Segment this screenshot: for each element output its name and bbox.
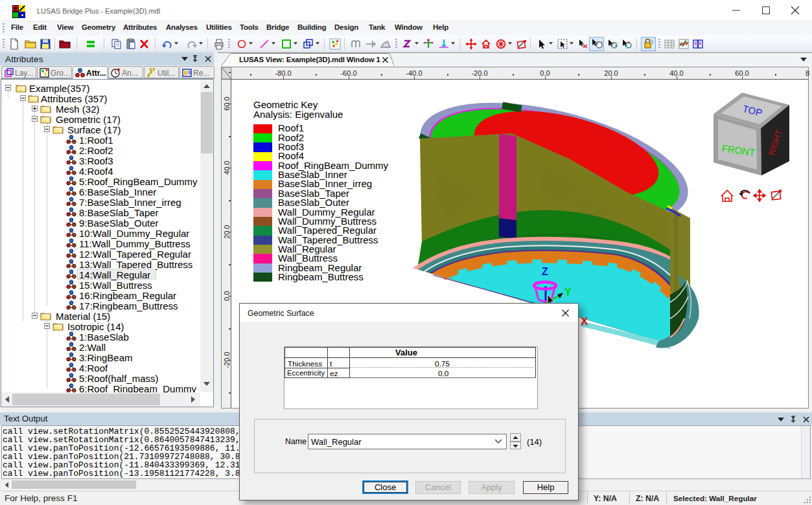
svg-text:Y: Y: [564, 287, 572, 298]
svg-text:Z: Z: [542, 266, 548, 277]
svg-text:X: X: [581, 315, 588, 328]
